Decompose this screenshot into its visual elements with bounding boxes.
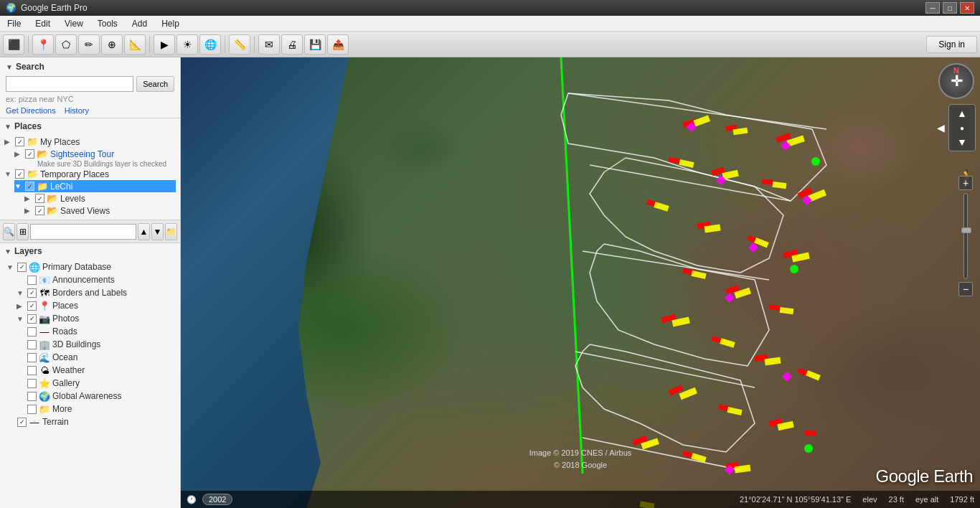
lechi-item[interactable]: ▼ 📁 LeChi bbox=[14, 180, 176, 192]
menu-item-view[interactable]: View bbox=[57, 17, 90, 30]
svg-rect-16 bbox=[783, 250, 798, 259]
layer-checkbox-7[interactable] bbox=[27, 353, 37, 362]
layer-icon-3: 📍 bbox=[39, 300, 50, 311]
search-button[interactable]: Search bbox=[136, 76, 174, 92]
my-places-item[interactable]: ▶ 📁 My Places bbox=[4, 136, 176, 148]
menu-item-file[interactable]: File bbox=[0, 17, 28, 30]
layer-checkbox-3[interactable] bbox=[27, 301, 37, 311]
layer-checkbox-5[interactable] bbox=[27, 327, 37, 337]
layer-checkbox-9[interactable] bbox=[27, 379, 37, 388]
places-search-input[interactable] bbox=[30, 224, 136, 240]
move-up-button[interactable]: ▲ bbox=[138, 223, 150, 240]
toolbar-move-button[interactable]: ⬛ bbox=[3, 34, 24, 55]
search-header[interactable]: ▼ Search bbox=[6, 62, 174, 72]
toolbar-tour-button[interactable]: ▶ bbox=[154, 34, 175, 55]
layer-row-6[interactable]: 🏢 3D Buildings bbox=[4, 338, 176, 351]
temporary-places-item[interactable]: ▼ 📁 Temporary Places bbox=[4, 168, 176, 180]
menu-item-edit[interactable]: Edit bbox=[28, 17, 57, 30]
svg-line-1 bbox=[568, 93, 826, 129]
nav-up-button[interactable]: ▲ bbox=[951, 106, 973, 121]
toolbar-polygon-button[interactable]: ⬠ bbox=[55, 34, 77, 55]
toolbar-measure-button[interactable]: 📐 bbox=[124, 34, 146, 55]
layers-header[interactable]: ▼ Layers bbox=[4, 246, 176, 256]
layer-row-3[interactable]: ▶ 📍 Places bbox=[4, 299, 176, 312]
places-header[interactable]: ▼ Places bbox=[4, 121, 176, 131]
layer-row-9[interactable]: ⭐ Gallery bbox=[4, 377, 176, 390]
folder-action-button[interactable]: 📁 bbox=[165, 223, 177, 240]
svg-rect-7 bbox=[726, 125, 738, 131]
toolbar-path-button[interactable]: ✏ bbox=[78, 34, 100, 55]
toolbar-sun-button[interactable]: ☀ bbox=[176, 34, 198, 55]
layer-checkbox-0[interactable] bbox=[17, 263, 27, 272]
layer-row-8[interactable]: 🌤 Weather bbox=[4, 364, 176, 377]
get-directions-link[interactable]: Get Directions bbox=[6, 106, 56, 115]
nav-down-button[interactable]: ▼ bbox=[951, 135, 973, 149]
layer-row-5[interactable]: — Roads bbox=[4, 325, 176, 338]
layer-row-12[interactable]: — Terrain bbox=[4, 415, 176, 428]
search-input[interactable] bbox=[6, 76, 133, 92]
layer-row-2[interactable]: ▼ 🗺 Borders and Labels bbox=[4, 286, 176, 299]
lechi-checkbox[interactable] bbox=[25, 182, 34, 191]
nav-left-button[interactable]: ◀ bbox=[930, 121, 951, 135]
layer-checkbox-12[interactable] bbox=[17, 418, 27, 427]
temporary-places-arrow: ▼ bbox=[4, 170, 13, 178]
layer-checkbox-2[interactable] bbox=[27, 288, 37, 298]
toggle-view-button[interactable]: ⊞ bbox=[17, 223, 29, 240]
levels-item[interactable]: ▶ 📂 Levels bbox=[24, 192, 176, 204]
zoom-thumb[interactable] bbox=[961, 227, 971, 233]
levels-checkbox[interactable] bbox=[35, 194, 44, 203]
layer-icon-10: 🌍 bbox=[39, 390, 50, 402]
toolbar-sky-button[interactable]: 🌐 bbox=[199, 34, 221, 55]
search-places-button[interactable]: 🔍 bbox=[3, 223, 15, 240]
close-button[interactable]: ✕ bbox=[960, 2, 974, 14]
layer-checkbox-1[interactable] bbox=[27, 276, 37, 285]
layer-row-7[interactable]: 🌊 Ocean bbox=[4, 351, 176, 364]
sign-in-button[interactable]: Sign in bbox=[926, 36, 977, 53]
toolbar-print-button[interactable]: 🖨 bbox=[281, 34, 303, 55]
map-area[interactable]: N ✛ ▲ ◀ ● ▶ ▼ 🚶 + bbox=[181, 57, 980, 508]
layer-row-10[interactable]: 🌍 Global Awareness bbox=[4, 390, 176, 403]
saved-views-item[interactable]: ▶ 📂 Saved Views bbox=[24, 204, 176, 217]
toolbar-email-button[interactable]: ✉ bbox=[258, 34, 280, 55]
layer-row-0[interactable]: ▼ 🌐 Primary Database bbox=[4, 260, 176, 273]
maximize-button[interactable]: □ bbox=[943, 2, 957, 14]
levels-indent: ▶ 📂 Levels ▶ 📂 Saved Views bbox=[14, 192, 176, 217]
layer-checkbox-6[interactable] bbox=[27, 340, 37, 349]
compass[interactable]: N ✛ bbox=[938, 63, 974, 99]
zoom-out-button[interactable]: − bbox=[958, 282, 973, 296]
move-down-button[interactable]: ▼ bbox=[151, 223, 164, 240]
layer-checkbox-4[interactable] bbox=[27, 314, 37, 324]
layer-row-11[interactable]: 📁 More bbox=[4, 403, 176, 415]
layer-checkbox-8[interactable] bbox=[27, 366, 37, 375]
year-badge: 2002 bbox=[202, 494, 232, 505]
navigation-control: ▲ ◀ ● ▶ ▼ bbox=[948, 104, 976, 151]
layer-label-12: Terrain bbox=[42, 417, 69, 427]
minimize-button[interactable]: ─ bbox=[925, 2, 940, 14]
menu-item-help[interactable]: Help bbox=[154, 17, 187, 30]
zoom-track[interactable] bbox=[963, 193, 968, 279]
toolbar-circle-button[interactable]: ⊕ bbox=[101, 34, 123, 55]
sightseeing-checkbox[interactable] bbox=[25, 149, 34, 159]
temporary-places-checkbox[interactable] bbox=[15, 169, 24, 179]
saved-views-checkbox[interactable] bbox=[35, 206, 44, 215]
map-satellite-view[interactable]: N ✛ ▲ ◀ ● ▶ ▼ 🚶 + bbox=[181, 57, 980, 508]
toolbar-placemark-button[interactable]: 📍 bbox=[32, 34, 54, 55]
app-title: Google Earth Pro bbox=[21, 3, 88, 13]
zoom-in-button[interactable]: + bbox=[958, 176, 973, 190]
toolbar-sep-4 bbox=[254, 36, 255, 53]
menu-item-add[interactable]: Add bbox=[125, 17, 154, 30]
layer-row-1[interactable]: 📧 Announcements bbox=[4, 273, 176, 286]
my-places-checkbox[interactable] bbox=[15, 137, 24, 146]
layer-checkbox-11[interactable] bbox=[27, 405, 37, 414]
toolbar-share-button[interactable]: 📤 bbox=[327, 34, 349, 55]
toolbar-ruler-button[interactable]: 📏 bbox=[229, 34, 250, 55]
layer-row-4[interactable]: ▼ 📷 Photos bbox=[4, 312, 176, 325]
layer-checkbox-10[interactable] bbox=[27, 392, 37, 401]
history-link[interactable]: History bbox=[65, 106, 89, 115]
toolbar-save-button[interactable]: 💾 bbox=[304, 34, 326, 55]
search-links: Get Directions History bbox=[6, 106, 174, 115]
menu-item-tools[interactable]: Tools bbox=[90, 17, 125, 30]
sightseeing-item[interactable]: ▶ 📂 Sightseeing Tour bbox=[14, 148, 176, 160]
nav-right-button[interactable]: ▶ bbox=[973, 121, 980, 135]
nav-reset-button[interactable]: ● bbox=[951, 121, 973, 135]
